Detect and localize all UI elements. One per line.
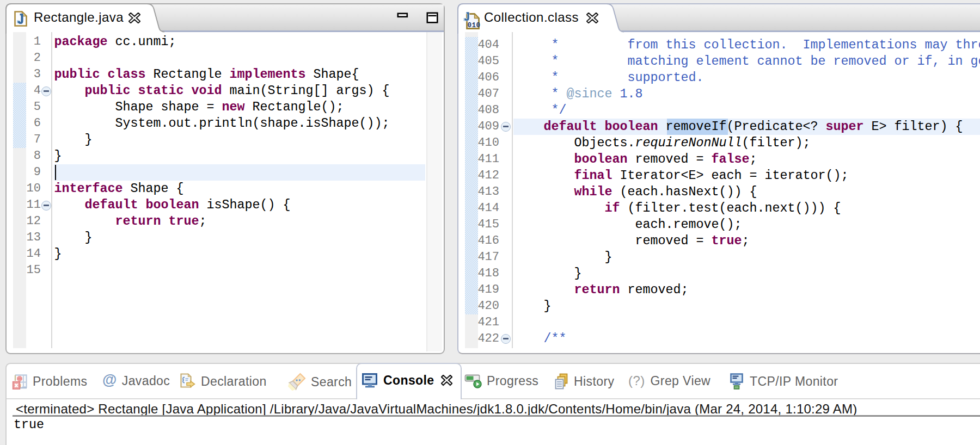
svg-text:010: 010: [468, 21, 481, 29]
